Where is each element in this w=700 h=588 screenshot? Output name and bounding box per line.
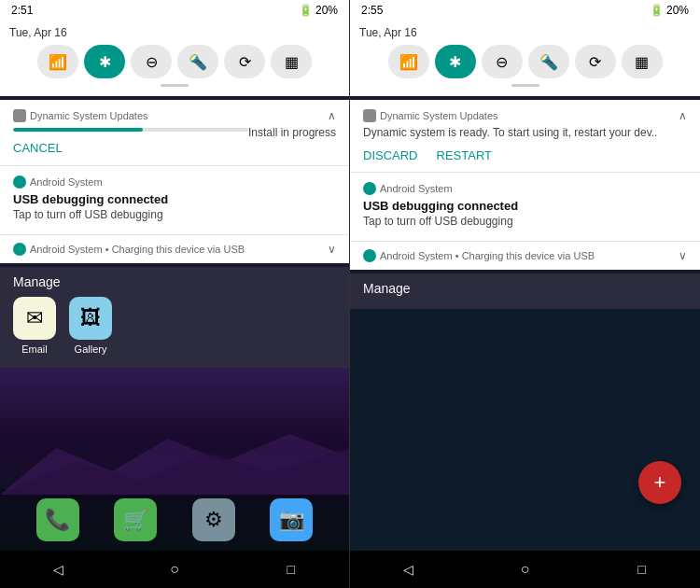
right-dsu-header: Dynamic System Updates ∧ — [363, 109, 687, 122]
dock-store[interactable]: 🛒 — [114, 498, 157, 541]
left-home-btn[interactable] — [161, 555, 189, 583]
left-nav-bar — [0, 551, 349, 588]
qs-dnd[interactable]: ⊖ — [131, 45, 172, 78]
right-charging-app-icon — [363, 249, 376, 262]
email-icon: ✉ — [13, 297, 56, 340]
left-wallpaper: 📞 🛒 ⚙ 📷 — [0, 368, 349, 551]
right-usb-app-icon — [363, 182, 376, 195]
qs-drag-handle — [161, 84, 189, 87]
right-dsu-status: Dynamic system is ready. To start using … — [363, 126, 687, 139]
qs-wifi[interactable]: 📶 — [37, 45, 78, 78]
gallery-icon: 🖼 — [69, 297, 112, 340]
left-back-btn[interactable] — [44, 555, 72, 583]
left-usb-text: Tap to turn off USB debugging — [13, 208, 336, 221]
left-dsu-chevron: ∧ — [328, 109, 336, 122]
mountain-decoration — [0, 420, 350, 495]
left-dsu-cancel-btn[interactable]: CANCEL — [13, 141, 63, 155]
right-qs-wifi[interactable]: 📶 — [388, 45, 429, 78]
dock-camera[interactable]: 📷 — [270, 498, 313, 541]
right-qs-grid[interactable]: ▦ — [622, 45, 663, 78]
right-qs-drag-handle — [511, 84, 539, 87]
left-recent-btn[interactable] — [277, 555, 305, 583]
right-time: 2:55 — [361, 4, 383, 17]
right-status-bar: 2:55 🔋 20% — [350, 0, 700, 21]
right-usb-header: Android System — [363, 182, 687, 195]
right-qs-dnd[interactable]: ⊖ — [482, 45, 523, 78]
right-charging-text: Android System • Charging this device vi… — [380, 250, 595, 261]
left-dsu-notification: Dynamic System Updates ∧ Install in prog… — [0, 100, 349, 165]
left-dsu-progress-fill — [13, 128, 143, 132]
left-app-grid: ✉ Email 🖼 Gallery — [13, 297, 336, 355]
left-phone-screen: 2:51 🔋 20% Tue, Apr 16 📶 ✱ ⊖ 🔦 ⟳ ▦ Dynam… — [0, 0, 350, 588]
dsu-app-icon — [13, 109, 26, 122]
left-notification-panel: Dynamic System Updates ∧ Install in prog… — [0, 100, 349, 263]
email-label: Email — [21, 343, 48, 355]
right-manage-label: Manage — [363, 281, 687, 296]
right-charging-notification: Android System • Charging this device vi… — [350, 241, 700, 270]
qs-flashlight[interactable]: 🔦 — [177, 45, 218, 78]
right-notification-panel: Dynamic System Updates ∧ Dynamic system … — [350, 100, 700, 270]
right-home-btn[interactable] — [511, 555, 539, 583]
right-usb-text: Tap to turn off USB debugging — [363, 215, 687, 228]
left-battery: 🔋 20% — [299, 4, 338, 17]
right-quick-settings: Tue, Apr 16 📶 ✱ ⊖ 🔦 ⟳ ▦ — [350, 21, 700, 96]
left-quick-settings: Tue, Apr 16 📶 ✱ ⊖ 🔦 ⟳ ▦ — [0, 21, 349, 96]
left-dock: 📞 🛒 ⚙ 📷 — [0, 489, 349, 551]
left-charging-text: Android System • Charging this device vi… — [30, 244, 245, 255]
left-usb-app-name: Android System — [30, 176, 103, 188]
right-qs-tiles: 📶 ✱ ⊖ 🔦 ⟳ ▦ — [359, 45, 691, 78]
right-qs-bluetooth[interactable]: ✱ — [435, 45, 476, 78]
left-usb-title: USB debugging connected — [13, 192, 336, 206]
right-qs-flashlight[interactable]: 🔦 — [528, 45, 569, 78]
right-usb-notification: Android System USB debugging connected T… — [350, 172, 700, 241]
left-date: Tue, Apr 16 — [9, 26, 67, 39]
left-manage-section: Manage ✉ Email 🖼 Gallery — [0, 267, 349, 368]
right-charging-chevron: ∨ — [679, 249, 687, 262]
left-manage-label: Manage — [13, 274, 336, 289]
left-app-gallery[interactable]: 🖼 Gallery — [69, 297, 112, 355]
right-usb-title: USB debugging connected — [363, 199, 687, 213]
right-phone-screen: 2:55 🔋 20% Tue, Apr 16 📶 ✱ ⊖ 🔦 ⟳ ▦ Dynam… — [350, 0, 700, 588]
right-battery: 🔋 20% — [650, 4, 689, 17]
left-app-email[interactable]: ✉ Email — [13, 297, 56, 355]
right-dsu-notification: Dynamic System Updates ∧ Dynamic system … — [350, 100, 700, 172]
dock-phone[interactable]: 📞 — [36, 498, 79, 541]
left-charging-chevron: ∨ — [328, 243, 336, 256]
right-dsu-discard-btn[interactable]: DISCARD — [363, 148, 418, 162]
left-qs-tiles: 📶 ✱ ⊖ 🔦 ⟳ ▦ — [9, 45, 340, 78]
right-dsu-chevron: ∧ — [679, 109, 687, 122]
right-nav-bar — [350, 551, 700, 588]
left-dsu-progress-bar — [13, 128, 248, 132]
right-dsu-restart-btn[interactable]: RESTART — [437, 148, 492, 162]
right-date-row: Tue, Apr 16 — [359, 26, 691, 39]
left-dsu-app-name: Dynamic System Updates — [30, 110, 148, 121]
qs-rotate[interactable]: ⟳ — [224, 45, 265, 78]
left-date-row: Tue, Apr 16 — [9, 26, 340, 39]
left-charging-notification: Android System • Charging this device vi… — [0, 234, 349, 263]
qs-bluetooth[interactable]: ✱ — [84, 45, 125, 78]
left-usb-notification: Android System USB debugging connected T… — [0, 165, 349, 234]
gallery-label: Gallery — [75, 343, 107, 355]
charging-app-icon — [13, 243, 26, 256]
right-manage-section: Manage — [350, 273, 700, 309]
right-date: Tue, Apr 16 — [359, 26, 417, 39]
usb-app-icon — [13, 175, 26, 189]
right-usb-app-name: Android System — [380, 183, 453, 194]
right-recent-btn[interactable] — [628, 555, 656, 583]
dock-settings[interactable]: ⚙ — [192, 498, 235, 541]
right-dsu-app-icon — [363, 109, 376, 122]
right-back-btn[interactable] — [395, 555, 423, 583]
left-time: 2:51 — [11, 4, 33, 17]
right-wallpaper: + — [350, 309, 700, 551]
fab-button[interactable]: + — [638, 461, 681, 504]
right-dsu-app-name: Dynamic System Updates — [380, 110, 498, 121]
left-usb-header: Android System — [13, 175, 336, 189]
right-dsu-actions: DISCARD RESTART — [363, 145, 687, 162]
qs-grid[interactable]: ▦ — [271, 45, 312, 78]
left-status-bar: 2:51 🔋 20% — [0, 0, 349, 21]
left-dsu-header: Dynamic System Updates ∧ — [13, 109, 336, 122]
right-qs-rotate[interactable]: ⟳ — [575, 45, 616, 78]
